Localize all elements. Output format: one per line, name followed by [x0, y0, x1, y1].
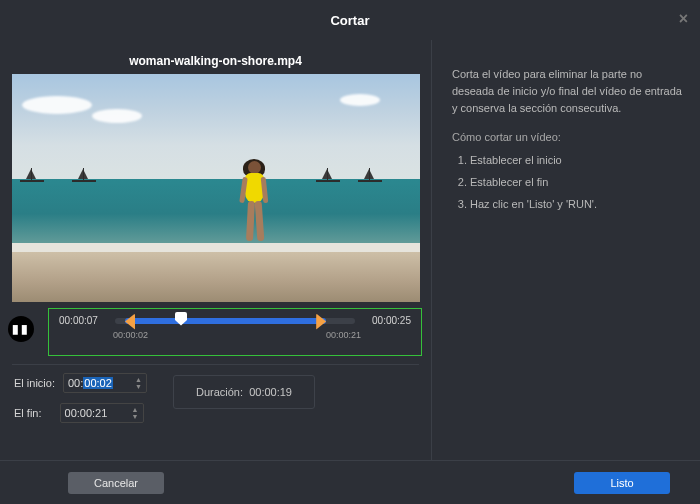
divider: [12, 364, 419, 365]
end-label: El fin:: [14, 407, 42, 419]
help-howto-title: Cómo cortar un vídeo:: [452, 129, 682, 146]
trim-timeline: 00:00:07 00:00:25 00:00:02 00:00:21: [48, 308, 422, 356]
help-step: Establecer el fin: [470, 174, 682, 191]
trim-end-time: 00:00:21: [326, 330, 361, 340]
end-time-spinner[interactable]: 00:00:21 ▲▼: [60, 403, 144, 423]
done-button[interactable]: Listo: [574, 472, 670, 494]
help-step: Establecer el inicio: [470, 152, 682, 169]
help-intro: Corta el vídeo para eliminar la parte no…: [452, 66, 682, 117]
total-time: 00:00:25: [363, 315, 411, 326]
help-panel: Corta el vídeo para eliminar la parte no…: [432, 40, 700, 460]
pause-button[interactable]: ▮▮: [8, 316, 34, 342]
spinner-buttons[interactable]: ▲▼: [135, 376, 142, 390]
trim-fields: El inicio: 00:00:02 ▲▼ El fin: 00:00:21 …: [12, 373, 419, 423]
video-filename: woman-walking-on-shore.mp4: [12, 54, 419, 68]
trim-range: [125, 318, 327, 324]
help-steps: Establecer el inicio Establecer el fin H…: [470, 152, 682, 213]
trim-start-time: 00:00:02: [113, 330, 148, 340]
start-time-value: 00:00:02: [68, 377, 113, 389]
help-step: Haz clic en 'Listo' y 'RUN'.: [470, 196, 682, 213]
end-time-value: 00:00:21: [65, 407, 108, 419]
timeline-track[interactable]: [115, 318, 355, 324]
dialog-content: woman-walking-on-shore.mp4 ▮▮: [0, 40, 700, 460]
pause-icon: ▮▮: [12, 322, 30, 336]
left-panel: woman-walking-on-shore.mp4 ▮▮: [0, 40, 432, 460]
close-icon[interactable]: ×: [679, 10, 688, 28]
duration-display: Duración: 00:00:19: [173, 375, 315, 409]
dialog-titlebar: Cortar ×: [0, 0, 700, 40]
current-time: 00:00:07: [59, 315, 107, 326]
video-preview[interactable]: [12, 74, 420, 302]
cancel-button[interactable]: Cancelar: [68, 472, 164, 494]
spinner-buttons[interactable]: ▲▼: [132, 406, 139, 420]
start-time-spinner[interactable]: 00:00:02 ▲▼: [63, 373, 147, 393]
dialog-title: Cortar: [330, 13, 369, 28]
dialog-footer: Cancelar Listo: [0, 460, 700, 504]
start-label: El inicio:: [14, 377, 55, 389]
